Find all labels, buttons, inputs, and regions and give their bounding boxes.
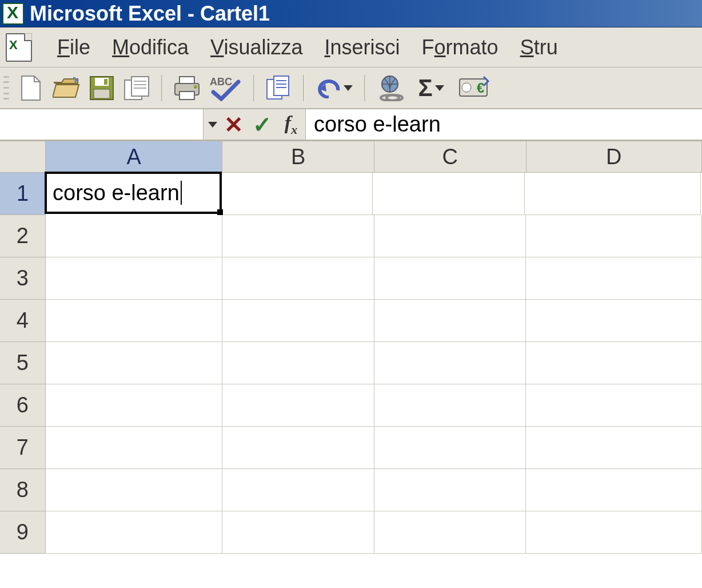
window-title: Microsoft Excel - Cartel1 (30, 2, 270, 26)
cell-C4[interactable] (374, 300, 526, 342)
cell-B6[interactable] (222, 384, 374, 427)
menubar: X File Modifica Visualizza Inserisci For… (0, 27, 702, 67)
name-box-dropdown[interactable] (204, 109, 220, 140)
new-document-icon (19, 75, 42, 101)
cell-B1[interactable] (221, 173, 373, 215)
chevron-down-icon (208, 122, 217, 128)
row-header-3[interactable]: 3 (0, 257, 46, 300)
save-icon (89, 76, 114, 101)
cell-A3[interactable] (46, 257, 223, 300)
svg-rect-5 (131, 77, 149, 96)
column-header-A[interactable]: A (46, 141, 223, 173)
cell-C5[interactable] (374, 342, 526, 384)
autosum-dropdown-arrow[interactable] (435, 85, 444, 91)
formula-cancel-button[interactable]: ✕ (220, 109, 248, 140)
column-header-B[interactable]: B (222, 141, 374, 173)
menu-inserisci[interactable]: Inserisci (325, 35, 400, 59)
column-header-C[interactable]: C (374, 141, 526, 173)
autosum-button[interactable]: Σ (410, 73, 452, 103)
svg-rect-2 (104, 79, 107, 85)
row-header-6[interactable]: 6 (0, 384, 46, 427)
cell-B7[interactable] (222, 427, 374, 469)
open-folder-icon (53, 77, 80, 100)
spreadsheet-grid: A B C D 1 corso e-learn 2 3 4 5 (0, 141, 702, 554)
cell-A5[interactable] (46, 342, 223, 384)
cell-B2[interactable] (222, 215, 374, 257)
currency-button[interactable]: € (457, 73, 492, 103)
cell-B3[interactable] (222, 257, 374, 300)
undo-button[interactable] (314, 73, 355, 103)
cell-C2[interactable] (374, 215, 526, 257)
row-header-8[interactable]: 8 (0, 469, 46, 511)
cell-D1[interactable] (525, 173, 701, 215)
permission-icon (123, 76, 151, 101)
hyperlink-button[interactable] (375, 73, 405, 103)
row-header-9[interactable]: 9 (0, 511, 46, 554)
row-header-2[interactable]: 2 (0, 215, 46, 257)
currency-icon: € (458, 76, 490, 101)
toolbar-separator (161, 75, 163, 101)
cell-D9[interactable] (526, 511, 702, 554)
cell-D3[interactable] (526, 257, 702, 300)
excel-app-icon (2, 3, 24, 25)
row-header-5[interactable]: 5 (0, 342, 46, 384)
cell-C1[interactable] (373, 173, 525, 215)
cell-A6[interactable] (46, 384, 223, 427)
select-all-corner[interactable] (0, 141, 46, 173)
menu-strumenti[interactable]: Stru (520, 35, 558, 59)
cell-B5[interactable] (222, 342, 374, 384)
cell-A1[interactable]: corso e-learn (45, 172, 222, 214)
svg-text:€: € (477, 80, 484, 96)
undo-dropdown-arrow[interactable] (344, 85, 353, 91)
toolbar-grip[interactable] (3, 74, 9, 102)
spelling-icon: ABC (209, 75, 243, 101)
svg-rect-9 (180, 77, 194, 84)
new-document-button[interactable] (16, 73, 46, 103)
cell-A2[interactable] (46, 215, 223, 257)
permission-button[interactable] (122, 73, 152, 103)
cell-A4[interactable] (46, 300, 223, 342)
menu-formato[interactable]: Formato (422, 35, 498, 59)
menu-modifica[interactable]: Modifica (112, 35, 189, 59)
cell-B8[interactable] (222, 469, 374, 511)
cell-D6[interactable] (526, 384, 702, 427)
cell-D4[interactable] (526, 300, 702, 342)
spelling-button[interactable]: ABC (208, 73, 244, 103)
formula-enter-button[interactable]: ✓ (248, 109, 277, 140)
name-box[interactable] (0, 109, 204, 140)
cell-A8[interactable] (46, 469, 223, 511)
undo-icon (316, 78, 341, 98)
cell-B9[interactable] (222, 511, 374, 554)
cell-A7[interactable] (46, 427, 223, 469)
copy-button[interactable] (264, 73, 294, 103)
menu-visualizza[interactable]: Visualizza (210, 35, 302, 59)
cell-D5[interactable] (526, 342, 702, 384)
row-header-7[interactable]: 7 (0, 427, 46, 469)
cell-D8[interactable] (526, 469, 702, 511)
insert-function-button[interactable]: fx (277, 109, 305, 140)
svg-text:ABC: ABC (210, 76, 232, 88)
row-header-1[interactable]: 1 (0, 173, 46, 215)
toolbar-separator (364, 75, 366, 101)
menu-file[interactable]: File (57, 35, 90, 59)
formula-input[interactable]: corso e-learn (305, 109, 702, 140)
sigma-icon: Σ (418, 74, 432, 102)
toolbar-separator (253, 75, 255, 101)
print-button[interactable] (172, 73, 202, 103)
cell-D2[interactable] (526, 215, 702, 257)
save-button[interactable] (87, 73, 117, 103)
cell-C3[interactable] (374, 257, 526, 300)
cell-C9[interactable] (374, 511, 526, 554)
copy-icon (266, 75, 292, 101)
open-button[interactable] (51, 73, 81, 103)
cell-value: corso e-learn (53, 181, 180, 205)
cell-B4[interactable] (222, 300, 374, 342)
row-header-4[interactable]: 4 (0, 300, 46, 342)
cell-A9[interactable] (46, 511, 223, 554)
cell-C8[interactable] (374, 469, 526, 511)
cell-D7[interactable] (526, 427, 702, 469)
cell-C7[interactable] (374, 427, 526, 469)
formula-bar: ✕ ✓ fx corso e-learn (0, 109, 702, 141)
column-header-D[interactable]: D (526, 141, 703, 173)
cell-C6[interactable] (374, 384, 526, 427)
